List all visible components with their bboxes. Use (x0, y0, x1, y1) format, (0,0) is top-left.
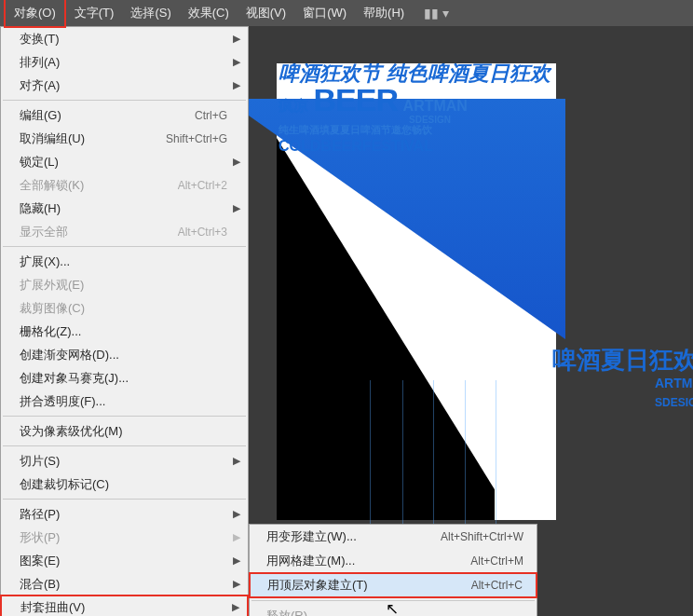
menu-item[interactable]: 编组(G)Ctrl+G (1, 103, 248, 127)
submenu-arrow-icon: ▶ (233, 202, 240, 214)
menu-item[interactable]: 扩展(X)... (1, 250, 248, 273)
menu-item[interactable]: 对齐(A)▶ (1, 74, 248, 97)
menu-shortcut: Ctrl+G (195, 109, 227, 122)
submenu-arrow-icon: ▶ (233, 56, 240, 68)
menu-item-label: 扩展外观(E) (20, 277, 227, 294)
menu-item[interactable]: 图案(E)▶ (1, 549, 248, 572)
menu-item[interactable]: 切片(S)▶ (1, 449, 248, 472)
object-menu-dropdown: 变换(T)▶排列(A)▶对齐(A)▶编组(G)Ctrl+G取消编组(U)Shif… (0, 26, 249, 616)
menu-item: 显示全部Alt+Ctrl+3 (1, 220, 248, 243)
menu-item-label: 对齐(A) (20, 77, 227, 94)
menu-item-label: 栅格化(Z)... (20, 323, 227, 340)
menu-shortcut: Alt+Ctrl+2 (178, 179, 227, 192)
menu-item-label: 设为像素级优化(M) (20, 423, 227, 440)
menu-item-label: 锁定(L) (20, 154, 227, 171)
cursor-icon: ↖ (386, 599, 399, 616)
menu-separator (3, 416, 246, 417)
menu-item-label: 混合(B) (20, 576, 227, 593)
submenu-shortcut: Alt+Shift+Ctrl+W (441, 530, 523, 543)
menu-item-label: 裁剪图像(C) (20, 300, 227, 317)
menu-item-label: 图案(E) (20, 553, 227, 569)
menu-item: 全部解锁(K)Alt+Ctrl+2 (1, 173, 248, 197)
artwork-headline: 啤酒狂欢节 纯色啤酒夏日狂欢 疯凉 BEER ARTMAN SDESIGN 纯生… (279, 63, 558, 154)
menu-item-label: 创建渐变网格(D)... (20, 347, 227, 363)
menu-item-label: 扩展(X)... (20, 253, 227, 270)
menu-item-label: 创建对象马赛克(J)... (20, 370, 227, 387)
menu-shortcut: Shift+Ctrl+G (166, 132, 227, 145)
menu-item-label: 形状(P) (20, 529, 227, 546)
menu-item[interactable]: 设为像素级优化(M) (1, 419, 248, 443)
menu-item[interactable]: 锁定(L)▶ (1, 150, 248, 173)
menu-separator (3, 100, 246, 101)
submenu-item-label: 用网格建立(M)... (266, 553, 470, 569)
submenu-item-label: 用顶层对象建立(T) (267, 577, 471, 594)
submenu-arrow-icon: ▶ (233, 79, 240, 91)
submenu-arrow-icon: ▶ (233, 33, 240, 45)
menu-item-label: 排列(A) (20, 54, 227, 71)
menu-object[interactable]: 对象(O) (4, 0, 66, 28)
menu-item[interactable]: 隐藏(H)▶ (1, 197, 248, 220)
menu-shortcut: Alt+Ctrl+3 (178, 226, 227, 239)
menu-item[interactable]: 变换(T)▶ (1, 27, 248, 50)
menu-item[interactable]: 创建渐变网格(D)... (1, 343, 248, 366)
menu-separator (3, 445, 246, 446)
menu-help[interactable]: 帮助(H) (355, 0, 413, 26)
menu-view[interactable]: 视图(V) (238, 0, 294, 26)
workspace-layout-icon[interactable]: ▮▮ ▾ (424, 6, 449, 21)
menu-item-label: 显示全部 (20, 224, 178, 240)
menu-item-label: 路径(P) (20, 506, 227, 523)
menubar: 对象(O) 文字(T) 选择(S) 效果(C) 视图(V) 窗口(W) 帮助(H… (0, 0, 693, 26)
menu-item[interactable]: 排列(A)▶ (1, 50, 248, 74)
submenu-item[interactable]: 用顶层对象建立(T)Alt+Ctrl+C (249, 572, 537, 598)
submenu-arrow-icon: ▶ (233, 531, 240, 543)
submenu-arrow-icon: ▶ (233, 578, 240, 590)
submenu-shortcut: Alt+Ctrl+M (470, 554, 523, 568)
menu-effect[interactable]: 效果(C) (180, 0, 238, 26)
menu-item: 扩展外观(E) (1, 273, 248, 296)
menu-item[interactable]: 取消编组(U)Shift+Ctrl+G (1, 127, 248, 150)
menu-item[interactable]: 拼合透明度(F)... (1, 390, 248, 413)
artwork-right-vertical: 冰爽啤酒 冰爽夏日 疯狂啤酒 邀您喝 纯生 CRAZYBEER (556, 101, 693, 380)
menu-separator (3, 499, 246, 500)
menu-item: 裁剪图像(C) (1, 296, 248, 320)
menu-item-label: 创建裁切标记(C) (20, 476, 227, 493)
submenu-shortcut: Alt+Ctrl+C (471, 579, 523, 592)
menu-item: 形状(P)▶ (1, 526, 248, 549)
menu-item[interactable]: 创建裁切标记(C) (1, 472, 248, 496)
menu-window[interactable]: 窗口(W) (294, 0, 355, 26)
menu-item-label: 取消编组(U) (20, 130, 166, 147)
submenu-item-label: 用变形建立(W)... (266, 528, 441, 545)
menu-item[interactable]: 创建对象马赛克(J)... (1, 366, 248, 390)
menu-item-label: 封套扭曲(V) (20, 599, 226, 616)
menu-item[interactable]: 路径(P)▶ (1, 502, 248, 526)
menu-item-label: 全部解锁(K) (20, 177, 178, 194)
submenu-arrow-icon: ▶ (233, 455, 240, 467)
submenu-arrow-icon: ▶ (233, 554, 240, 567)
menu-item-label: 编组(G) (20, 107, 195, 124)
menu-item[interactable]: 栅格化(Z)... (1, 320, 248, 343)
menu-item[interactable]: 混合(B)▶ (1, 572, 248, 595)
artwork-bottom-vertical: 冰爽啤酒节 邀您喝 纯生啤酒蛊 BEER 啤酒节夏日啤酒 CRAZYBEER (556, 371, 693, 604)
menu-item-label: 隐藏(H) (20, 200, 227, 217)
menu-item[interactable]: 封套扭曲(V)▶ (0, 595, 249, 616)
menu-item-label: 拼合透明度(F)... (20, 393, 227, 410)
submenu-item[interactable]: 用网格建立(M)...Alt+Ctrl+M (250, 549, 537, 573)
menu-item-label: 变换(T) (20, 31, 227, 48)
submenu-arrow-icon: ▶ (233, 508, 240, 520)
submenu-item[interactable]: 用变形建立(W)...Alt+Shift+Ctrl+W (250, 525, 537, 549)
menu-select[interactable]: 选择(S) (122, 0, 179, 26)
submenu-arrow-icon: ▶ (233, 156, 240, 168)
menu-separator (3, 246, 246, 247)
menu-item-label: 切片(S) (20, 453, 227, 470)
menu-type[interactable]: 文字(T) (66, 0, 123, 26)
submenu-arrow-icon: ▶ (232, 601, 239, 613)
